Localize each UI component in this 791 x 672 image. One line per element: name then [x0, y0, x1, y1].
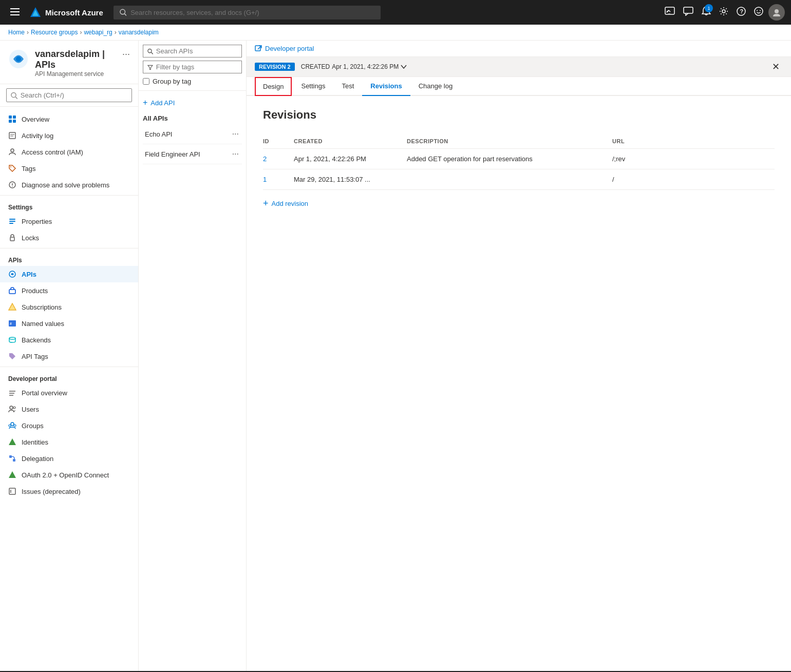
revision-description-2: Added GET operation for part reservation… — [407, 149, 612, 169]
svg-rect-55 — [9, 488, 15, 494]
api-item-echo-api-label: Echo API — [145, 130, 172, 138]
products-icon — [8, 286, 16, 295]
col-description: DESCRIPTION — [407, 134, 612, 149]
breadcrumb-resource-groups[interactable]: Resource groups — [31, 29, 78, 36]
api-filter-box[interactable] — [143, 61, 242, 73]
global-search-input[interactable] — [130, 9, 374, 16]
api-item-echo-api-more[interactable]: ··· — [231, 128, 240, 140]
sidebar-search-box[interactable] — [6, 88, 132, 102]
add-revision-button[interactable]: + Add revision — [263, 198, 308, 209]
sidebar-item-apis[interactable]: APIs — [0, 266, 138, 282]
sidebar-item-users-label: Users — [22, 406, 39, 413]
sidebar-search — [0, 84, 138, 107]
sidebar-item-api-tags[interactable]: API Tags — [0, 348, 138, 364]
sidebar-item-groups[interactable]: Groups — [0, 417, 138, 434]
iam-icon — [8, 148, 16, 156]
svg-line-58 — [151, 52, 153, 54]
sidebar-item-overview-label: Overview — [22, 116, 49, 123]
api-item-field-engineer[interactable]: Field Engineer API ··· — [143, 144, 242, 164]
notifications-icon[interactable]: 1 — [699, 3, 714, 22]
resource-more-button[interactable]: ··· — [122, 49, 130, 60]
api-item-field-engineer-more[interactable]: ··· — [231, 148, 240, 160]
settings-section-title: Settings — [0, 198, 138, 213]
settings-icon[interactable] — [716, 4, 731, 21]
sidebar-item-products[interactable]: Products — [0, 282, 138, 299]
api-panel: Group by tag + Add API All APIs Echo API… — [139, 41, 247, 671]
breadcrumb-chevron-2: › — [80, 29, 82, 36]
cloud-shell-icon[interactable]: >_ — [662, 4, 678, 21]
api-filter-input[interactable] — [156, 63, 237, 71]
api-panel-header: Group by tag — [139, 41, 246, 91]
sidebar-item-subscriptions[interactable]: Subscriptions — [0, 299, 138, 315]
sidebar-item-locks[interactable]: Locks — [0, 229, 138, 246]
sidebar-item-identities[interactable]: Identities — [0, 434, 138, 450]
sidebar-item-properties-label: Properties — [22, 218, 52, 225]
tab-revisions[interactable]: Revisions — [362, 77, 410, 96]
tab-change-log[interactable]: Change log — [410, 77, 461, 96]
feedback-smiley-icon[interactable] — [751, 4, 766, 21]
api-tags-icon — [8, 352, 16, 360]
sidebar-item-tags[interactable]: Tags — [0, 160, 138, 177]
svg-rect-11 — [684, 7, 693, 13]
diagnose-icon — [8, 181, 16, 189]
tags-icon — [8, 164, 16, 172]
backends-icon — [8, 336, 16, 344]
sidebar-item-users[interactable]: Users — [0, 401, 138, 417]
svg-rect-26 — [13, 120, 16, 123]
revision-id-2[interactable]: 2 — [263, 155, 267, 163]
svg-point-50 — [11, 423, 14, 426]
sidebar-item-delegation[interactable]: Delegation — [0, 450, 138, 467]
svg-point-18 — [775, 9, 779, 13]
svg-rect-40 — [9, 290, 15, 294]
sidebar-item-oauth[interactable]: OAuth 2.0 + OpenID Connect — [0, 467, 138, 483]
notification-badge: 1 — [705, 4, 713, 12]
add-api-button[interactable]: + Add API — [143, 95, 242, 110]
user-avatar[interactable] — [768, 4, 785, 21]
sidebar-item-groups-label: Groups — [22, 422, 44, 430]
global-search-box[interactable] — [114, 6, 381, 20]
main-content: Developer portal REVISION 2 CREATED Apr … — [247, 41, 791, 671]
revision-id-1[interactable]: 1 — [263, 176, 267, 183]
group-by-tag[interactable]: Group by tag — [143, 76, 242, 86]
sidebar-item-iam-label: Access control (IAM) — [22, 148, 83, 156]
developer-portal-link-label: Developer portal — [265, 45, 314, 52]
group-by-tag-checkbox[interactable] — [143, 78, 149, 85]
svg-point-5 — [120, 9, 125, 14]
svg-point-16 — [757, 10, 758, 11]
help-icon[interactable]: ? — [733, 4, 749, 21]
breadcrumb-home[interactable]: Home — [8, 29, 25, 36]
dev-portal-bar: Developer portal — [247, 41, 791, 57]
api-search-input[interactable] — [156, 47, 237, 55]
revision-dropdown-icon[interactable] — [401, 65, 407, 69]
add-api-plus-icon: + — [143, 98, 147, 107]
sidebar-item-activity-log[interactable]: Activity log — [0, 127, 138, 144]
sidebar-item-overview[interactable]: Overview — [0, 111, 138, 127]
api-search-box[interactable] — [143, 45, 242, 57]
svg-rect-53 — [9, 455, 12, 458]
sidebar-item-backends[interactable]: Backends — [0, 332, 138, 348]
sidebar-item-diagnose[interactable]: Diagnose and solve problems — [0, 177, 138, 193]
developer-portal-link[interactable]: Developer portal — [255, 45, 314, 52]
tab-design[interactable]: Design — [255, 77, 292, 96]
breadcrumb-vanarsdelapim[interactable]: vanarsdelapim — [119, 29, 159, 36]
resource-name: vanarsdelapim | APIs — [35, 49, 116, 70]
breadcrumb-webapi-rg[interactable]: webapi_rg — [84, 29, 112, 36]
tab-settings[interactable]: Settings — [293, 77, 333, 96]
users-icon — [8, 405, 16, 413]
tab-test[interactable]: Test — [333, 77, 362, 96]
sidebar-item-api-tags-label: API Tags — [22, 353, 48, 360]
feedback-icon[interactable] — [680, 4, 696, 21]
svg-rect-2 — [10, 14, 20, 15]
svg-point-31 — [10, 166, 11, 167]
sidebar-item-properties[interactable]: Properties — [0, 213, 138, 229]
sidebar-item-issues[interactable]: Issues (deprecated) — [0, 483, 138, 500]
api-item-echo-api[interactable]: Echo API ··· — [143, 124, 242, 144]
sidebar-item-identities-label: Identities — [22, 438, 48, 446]
hamburger-icon[interactable] — [6, 5, 24, 20]
svg-rect-24 — [13, 116, 16, 119]
sidebar-item-iam[interactable]: Access control (IAM) — [0, 144, 138, 160]
close-button[interactable]: ✕ — [769, 60, 783, 73]
sidebar-item-portal-overview[interactable]: Portal overview — [0, 385, 138, 401]
sidebar-item-named-values[interactable]: # Named values — [0, 315, 138, 332]
sidebar-search-input[interactable] — [21, 91, 127, 99]
